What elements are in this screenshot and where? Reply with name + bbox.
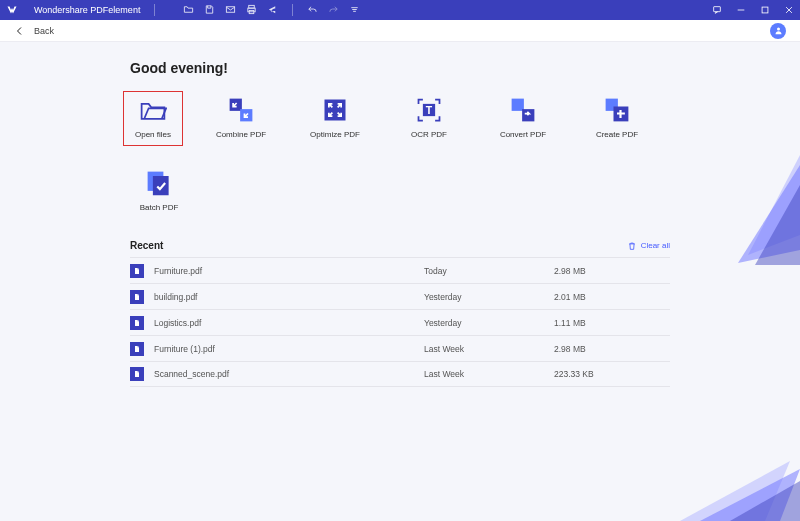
- mail-icon[interactable]: [225, 4, 236, 15]
- action-batch-pdf[interactable]: Batch PDF: [130, 169, 188, 212]
- clear-all-label: Clear all: [641, 241, 670, 250]
- svg-rect-13: [512, 99, 524, 111]
- file-name: Logistics.pdf: [154, 318, 424, 328]
- action-label: Convert PDF: [500, 130, 546, 139]
- file-name: Furniture.pdf: [154, 266, 424, 276]
- greeting: Good evening!: [130, 60, 670, 76]
- content: Good evening! Open files Combine PDF Opt…: [0, 42, 800, 387]
- action-label: OCR PDF: [411, 130, 447, 139]
- svg-marker-22: [680, 461, 790, 521]
- close-icon[interactable]: [784, 5, 794, 15]
- file-name: Furniture (1).pdf: [154, 344, 424, 354]
- file-size: 2.01 MB: [554, 292, 670, 302]
- redo-icon[interactable]: [328, 4, 339, 15]
- recent-row[interactable]: Scanned_scene.pdf Last Week 223.33 KB: [130, 361, 670, 387]
- action-optimize-pdf[interactable]: Optimize PDF: [306, 96, 364, 139]
- file-size: 2.98 MB: [554, 266, 670, 276]
- recent-row[interactable]: building.pdf Yesterday 2.01 MB: [130, 283, 670, 309]
- share-icon[interactable]: [267, 4, 278, 15]
- file-date: Today: [424, 266, 554, 276]
- app-title: Wondershare PDFelement: [34, 5, 140, 15]
- minimize-icon[interactable]: [736, 5, 746, 15]
- customize-toolbar-icon[interactable]: [349, 4, 360, 15]
- user-avatar[interactable]: [770, 23, 786, 39]
- svg-marker-23: [700, 469, 800, 521]
- action-label: Create PDF: [596, 130, 638, 139]
- svg-rect-18: [153, 176, 169, 195]
- file-name: Scanned_scene.pdf: [154, 369, 424, 379]
- pdf-file-icon: [130, 342, 144, 356]
- file-size: 223.33 KB: [554, 369, 670, 379]
- recent-title: Recent: [130, 240, 163, 251]
- file-size: 1.11 MB: [554, 318, 670, 328]
- recent-row[interactable]: Furniture.pdf Today 2.98 MB: [130, 257, 670, 283]
- svg-marker-24: [730, 481, 800, 521]
- file-date: Yesterday: [424, 292, 554, 302]
- pdf-file-icon: [130, 316, 144, 330]
- clear-all-button[interactable]: Clear all: [627, 241, 670, 251]
- feedback-icon[interactable]: [712, 5, 722, 15]
- convert-pdf-icon: [509, 96, 537, 124]
- action-combine-pdf[interactable]: Combine PDF: [212, 96, 270, 139]
- action-label: Combine PDF: [216, 130, 266, 139]
- action-label: Batch PDF: [140, 203, 179, 212]
- svg-rect-4: [714, 7, 721, 12]
- action-ocr-pdf[interactable]: T OCR PDF: [400, 96, 458, 139]
- file-size: 2.98 MB: [554, 344, 670, 354]
- svg-rect-6: [762, 7, 768, 13]
- action-label: Open files: [135, 130, 171, 139]
- create-pdf-icon: [603, 96, 631, 124]
- svg-point-7: [777, 28, 780, 31]
- file-date: Yesterday: [424, 318, 554, 328]
- action-convert-pdf[interactable]: Convert PDF: [494, 96, 552, 139]
- file-name: building.pdf: [154, 292, 424, 302]
- subbar: Back: [0, 20, 800, 42]
- recent-header: Recent Clear all: [130, 240, 670, 251]
- pdf-file-icon: [130, 264, 144, 278]
- undo-icon[interactable]: [307, 4, 318, 15]
- open-icon[interactable]: [183, 4, 194, 15]
- optimize-pdf-icon: [321, 96, 349, 124]
- decor-bottom: [680, 461, 800, 521]
- maximize-icon[interactable]: [760, 5, 770, 15]
- svg-rect-10: [325, 100, 346, 121]
- svg-text:T: T: [426, 104, 433, 116]
- file-date: Last Week: [424, 344, 554, 354]
- back-label[interactable]: Back: [34, 26, 54, 36]
- file-date: Last Week: [424, 369, 554, 379]
- pdf-file-icon: [130, 290, 144, 304]
- action-grid: Open files Combine PDF Optimize PDF T OC…: [130, 96, 670, 212]
- action-label: Optimize PDF: [310, 130, 360, 139]
- recent-row[interactable]: Furniture (1).pdf Last Week 2.98 MB: [130, 335, 670, 361]
- action-open-files[interactable]: Open files: [124, 92, 182, 145]
- print-icon[interactable]: [246, 4, 257, 15]
- back-arrow-icon[interactable]: [14, 25, 26, 37]
- open-files-icon: [139, 96, 167, 124]
- batch-pdf-icon: [145, 169, 173, 197]
- pdf-file-icon: [130, 367, 144, 381]
- combine-pdf-icon: [227, 96, 255, 124]
- ocr-pdf-icon: T: [415, 96, 443, 124]
- save-icon[interactable]: [204, 4, 215, 15]
- recent-row[interactable]: Logistics.pdf Yesterday 1.11 MB: [130, 309, 670, 335]
- app-logo-icon: [6, 4, 18, 16]
- recent-list: Furniture.pdf Today 2.98 MB building.pdf…: [130, 257, 670, 387]
- titlebar: Wondershare PDFelement: [0, 0, 800, 20]
- action-create-pdf[interactable]: Create PDF: [588, 96, 646, 139]
